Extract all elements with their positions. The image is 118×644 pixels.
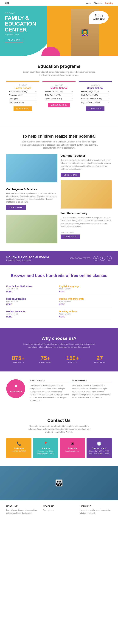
learning-together-block: Learning Together Duis aute irure dolor … bbox=[61, 154, 112, 177]
social-right: #EDUCATION CENTER in f ✦ bbox=[70, 256, 112, 261]
list-item: Fourth Grade (9/10)→ bbox=[45, 97, 73, 101]
programs-services-block: Our Programs & Services Duis aute irure … bbox=[6, 186, 57, 212]
stat-events-label: EVENTS bbox=[61, 362, 85, 364]
stat-teachers-label: TEACHERS bbox=[88, 362, 112, 364]
footer-col-1-text: Lorem ipsum dolor amet consectetur adipi… bbox=[6, 509, 38, 515]
nav-link-landing[interactable]: Landing bbox=[105, 2, 113, 4]
stat-programs-label: PROGRAMS bbox=[33, 362, 57, 364]
contact-email-title: Email Us bbox=[61, 447, 83, 450]
social-media-section: Follow us on social media Programs, Even… bbox=[0, 251, 118, 265]
linkedin-icon[interactable]: in bbox=[93, 256, 98, 261]
potential-image-3 bbox=[6, 215, 57, 244]
facebook-icon[interactable]: f bbox=[100, 256, 105, 261]
hero-study-badge: Study with us! bbox=[89, 11, 108, 24]
learning-together-text: Duis aute irure dolor in reprehenderit i… bbox=[61, 159, 112, 171]
stat-teachers-number: 27 bbox=[88, 355, 112, 362]
class-math: Free Online Math Class Ages 6-8 years MO… bbox=[6, 283, 59, 295]
list-item: Fifth Grade (10/11st)→ bbox=[81, 90, 109, 94]
contact-subtitle: Duis aute irure dolor in reprehenderit i… bbox=[28, 424, 90, 434]
social-title: Follow us on social media bbox=[6, 255, 49, 259]
class-motion-more[interactable]: MORE bbox=[6, 316, 59, 318]
join-community-title: Join the community bbox=[61, 212, 112, 215]
list-item: First Grade (67%)→ bbox=[9, 101, 37, 104]
class-irobot-more[interactable]: MORE bbox=[6, 303, 59, 306]
social-subtitle: Programs, Events & Updates bbox=[6, 259, 49, 262]
stat-programs-number: 75+ bbox=[33, 355, 57, 362]
class-irobot-name: iRobot Education bbox=[6, 298, 59, 300]
phone-icon: 📞 bbox=[8, 442, 30, 446]
contact-title: Contact Us bbox=[6, 418, 112, 423]
education-programs-title: Education programs bbox=[6, 64, 112, 69]
list-item: Seventh Grade (12/13th)→ bbox=[81, 97, 109, 101]
contact-card-address: 📍 Address Moonshine St. 14/05, Washingto… bbox=[33, 438, 58, 458]
footer-col-2-title: HEADLINE bbox=[43, 505, 75, 508]
list-item: Preschool (496)→ bbox=[9, 94, 37, 97]
footer-col-3-text: Lorem ipsum dolor amet consectetur adipi… bbox=[80, 509, 112, 515]
class-motion-age: Ages 5-7 years bbox=[6, 313, 59, 315]
footer-col-3: HEADLINE Lorem ipsum dolor amet consecte… bbox=[80, 505, 112, 515]
contact-grid: 📞 Call today +1 (234) 567-8910 📍 Address… bbox=[6, 438, 112, 458]
footer-col-2-text: Dummy here bbox=[43, 509, 75, 512]
potential-image-1 bbox=[6, 154, 57, 182]
program-upper-school: Ages 14-19 Upper School Fifth Grade (10/… bbox=[79, 81, 112, 113]
stat-programs: 75+ PROGRAMS bbox=[33, 355, 57, 364]
program-name-upper: Upper School bbox=[81, 87, 109, 90]
testimonial-nina-text: Duis aute irure dolor in reprehenderit i… bbox=[30, 384, 69, 402]
class-minecraft-more[interactable]: MORE bbox=[59, 303, 112, 306]
clock-icon: 🕐 bbox=[88, 442, 110, 446]
class-minecraft: Coding with Minecraft Ages 7-9 years MOR… bbox=[59, 295, 112, 308]
class-english-more[interactable]: MORE bbox=[59, 291, 112, 293]
stat-events: 150+ EVENTS bbox=[61, 355, 85, 364]
learning-together-title: Learning Together bbox=[61, 154, 112, 158]
class-english-name: English Language bbox=[59, 285, 112, 288]
programs-services-title: Our Programs & Services bbox=[6, 188, 57, 191]
contact-card-call: 📞 Call today +1 (234) 567-8910 bbox=[6, 438, 31, 458]
lower-school-button[interactable]: LEARN MORE bbox=[14, 106, 32, 111]
learning-together-button[interactable]: LEARN MORE bbox=[61, 173, 80, 177]
bottom-image: 👨‍👩‍👧‍👦 bbox=[0, 466, 118, 500]
email-icon: ✉ bbox=[61, 442, 83, 446]
join-credit: Images from Freepik bbox=[61, 231, 74, 233]
class-math-name: Free Online Math Class bbox=[6, 285, 59, 288]
class-math-more[interactable]: MORE bbox=[6, 291, 59, 293]
contact-card-email: ✉ Email Us info@sample.com bbox=[60, 438, 85, 458]
testimonial-nora: NORA PERRY Duis aute irure dolor in repr… bbox=[72, 379, 112, 402]
nav-link-about[interactable]: About Us bbox=[94, 2, 102, 4]
hero-read-more-button[interactable]: READ MORE bbox=[5, 38, 23, 42]
class-motion: Motion Animation Ages 5-7 years MORE bbox=[6, 308, 59, 320]
join-community-button[interactable]: LEARN MORE bbox=[61, 234, 80, 239]
testimonials-section: ❝ Testimonials NINA LARSON Duis aute iru… bbox=[0, 372, 118, 410]
programs-services-button[interactable]: LEARN MORE bbox=[6, 205, 26, 210]
program-name-middle: Middle School bbox=[45, 87, 73, 90]
stat-students-label: STUDENTS bbox=[6, 362, 30, 364]
join-community-block: Join the community Duis aute irure dolor… bbox=[61, 212, 112, 239]
class-drawing-age: Ages 3-5 years bbox=[59, 313, 112, 315]
nav-links: home About Us Landing bbox=[85, 2, 113, 4]
stat-events-number: 150+ bbox=[61, 355, 85, 362]
potential-subtitle: Duis aute irure dolor in reprehenderit i… bbox=[20, 140, 98, 150]
navbar: logo home About Us Landing bbox=[0, 0, 118, 6]
hero-credit: Images from Freepik bbox=[5, 34, 36, 36]
class-drawing-name: Drawing with Us bbox=[59, 310, 112, 312]
class-minecraft-age: Ages 7-9 years bbox=[59, 300, 112, 302]
list-item: Second Grade (3196)→ bbox=[9, 90, 37, 94]
upper-school-button[interactable]: LEARN MORE bbox=[86, 106, 105, 111]
instagram-icon[interactable]: ✦ bbox=[107, 256, 112, 261]
contact-address-info: Moonshine St. 14/05, Washington DC, 2256… bbox=[35, 450, 57, 455]
middle-school-button[interactable]: MIDDLE SCHOOL bbox=[48, 103, 70, 107]
join-community-text: Duis aute irure dolor in reprehenderit i… bbox=[61, 216, 112, 228]
stat-teachers: 27 TEACHERS bbox=[88, 355, 112, 364]
programs-grid: Ages 5-12 Lower School Second Grade (319… bbox=[6, 81, 112, 113]
location-icon: 📍 bbox=[35, 442, 57, 446]
program-middle-school: Ages 7-13 Middle School Second Grade (31… bbox=[42, 81, 76, 113]
class-drawing: Drawing with Us Ages 3-5 years MORE bbox=[59, 308, 112, 320]
social-tag: #EDUCATION CENTER bbox=[70, 257, 90, 260]
classes-grid: Free Online Math Class Ages 6-8 years MO… bbox=[6, 283, 112, 320]
testimonial-nina: NINA LARSON Duis aute irure dolor in rep… bbox=[30, 379, 69, 402]
potential-section: To help children realize their potential… bbox=[0, 126, 118, 251]
footer-col-2: HEADLINE Dummy here bbox=[43, 505, 75, 515]
list-item: Sixth Grade (11/12)→ bbox=[81, 94, 109, 97]
testimonials-label: ❝ Testimonials bbox=[6, 379, 25, 398]
nav-link-home[interactable]: home bbox=[85, 2, 91, 4]
class-drawing-more[interactable]: MORE bbox=[59, 316, 112, 318]
